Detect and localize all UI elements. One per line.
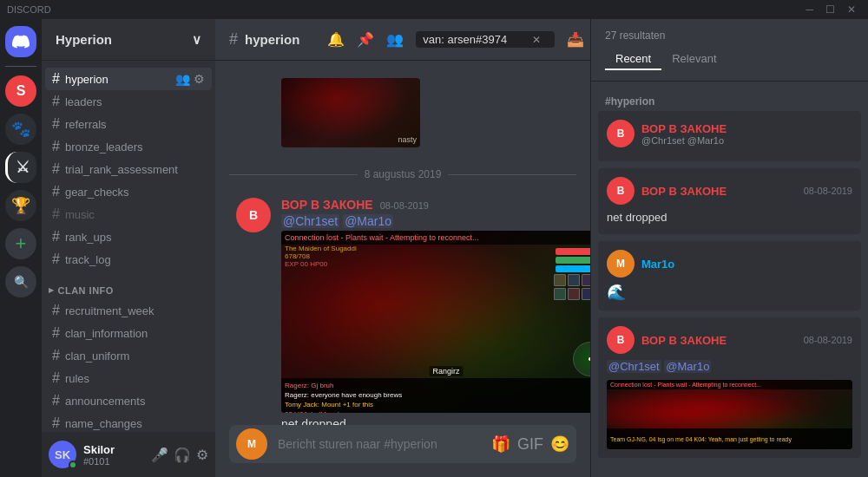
titlebar: DISCORD ─ ☐ ✕ [0,0,868,19]
channel-header-name: hyperion [245,32,299,47]
text-channel-icon: # [52,206,60,222]
text-channel-icon: # [52,139,60,154]
channel-name-trial-rank: trial_rank_assessment [65,163,178,176]
channel-name-bronze-leaders: bronze_leaders [65,140,143,154]
category-arrow: ▸ [49,284,55,296]
text-channel-icon: # [52,348,60,363]
input-user-avatar: M [236,428,267,460]
search-result-2[interactable]: В ВОР В ЗАКОНЕ 08-08-2019 net dropped [598,168,861,234]
search-result-header-4: В ВОР В ЗАКОНЕ 08-08-2019 [607,326,852,354]
channel-item-bronze-leaders[interactable]: # bronze_leaders [45,135,212,158]
server-header[interactable]: Hyperion ∨ [42,19,215,61]
search-results-count: 27 resultaten [605,29,854,42]
search-result-1[interactable]: В ВОР В ЗАКОНЕ @Chr1set @Mar1o [598,111,861,161]
user-panel: SK Skilor #0101 🎤 🎧 ⚙ [42,432,215,477]
input-actions: 🎁 GIF 😊 [491,435,569,454]
net-dropped-text: net dropped [281,416,569,425]
members-icon[interactable]: 👥 [386,31,404,48]
channel-name-recruitment-week: recruitment_week [65,304,155,317]
server-trophy[interactable]: 🏆 [5,190,36,221]
server-discord-home[interactable] [5,26,36,57]
online-status-dot [69,461,77,469]
mention-chr1set: @Chr1set [281,214,339,228]
minimize-button[interactable]: ─ [806,3,813,16]
server-sword[interactable]: ⚔ [5,152,36,183]
mute-button[interactable]: 🎤 [151,447,168,463]
gift-icon[interactable]: 🎁 [491,435,510,454]
channel-name-rules: rules [65,372,89,385]
search-results: #hyperion В ВОР В ЗАКОНЕ @Chr1set @Mar1o… [591,82,868,477]
search-clear-icon[interactable]: ✕ [532,34,541,46]
message-content-1: ВОР В ЗАКОНЕ 08-08-2019 @Chr1set @Mar1o … [281,198,569,425]
message-author-1: ВОР В ЗАКОНЕ [281,198,373,212]
search-result-author-4: ВОР В ЗАКОНЕ [641,334,797,347]
channel-item-announcements[interactable]: # announcements [45,389,212,412]
search-tab-recent[interactable]: Recent [605,49,661,70]
pin-icon[interactable]: 📌 [357,31,374,48]
channel-item-recruitment-week[interactable]: # recruitment_week [45,299,212,322]
invite-icon[interactable]: 👥 [175,72,190,86]
category-clan-info[interactable]: ▸ CLAN INFO [42,271,215,299]
search-result-4[interactable]: В ВОР В ЗАКОНЕ 08-08-2019 @Chr1set @Mar1… [598,317,861,458]
search-tab-relevant[interactable]: Relevant [661,49,727,70]
message-input[interactable] [274,427,484,461]
channel-item-rank-ups[interactable]: # rank_ups [45,225,212,248]
channel-name-music: music [65,208,95,221]
search-input[interactable] [423,33,527,46]
text-channel-icon: # [52,71,60,87]
bell-icon[interactable]: 🔔 [327,31,345,48]
close-button[interactable]: ✕ [847,3,856,16]
gif-icon[interactable]: GIF [517,435,543,454]
add-server-button[interactable]: + [5,228,36,259]
mention-mar1o: @Mar1o [343,214,393,228]
channel-name-leaders: leaders [65,95,102,108]
date-divider: 8 augustus 2019 [229,168,576,180]
channel-item-gear-checks[interactable]: # gear_checks [45,180,212,203]
text-channel-icon: # [52,116,60,132]
channel-item-clan-information[interactable]: # clan_information [45,322,212,344]
channel-item-music[interactable]: # music [45,203,212,225]
inbox-icon[interactable]: 📥 [567,31,584,48]
text-channel-icon: # [52,184,60,199]
text-channel-icon: # [52,94,60,109]
date-text: 8 augustus 2019 [365,168,442,180]
search-result-avatar-1: В [607,120,635,147]
maximize-button[interactable]: ☐ [825,3,835,16]
channel-name-track-log: track_log [65,253,111,266]
discover-server-button[interactable]: 🔍 [5,266,36,297]
channel-name-clan-information: clan_information [65,327,148,340]
window-controls[interactable]: ─ ☐ ✕ [806,3,861,16]
search-result-author-3: Mar1o [641,258,674,271]
game-screenshot: Connection lost - Plants wait - Attempti… [281,231,590,413]
channel-name-rank-ups: rank_ups [65,231,111,244]
server-s[interactable]: S [5,75,36,107]
search-result-3[interactable]: M Mar1o 🌊 [598,241,861,310]
game-chat-area: Ragerz: Gj bruh Ragerz: everyone have en… [281,378,590,413]
channel-item-name-changes[interactable]: # name_changes [45,412,212,432]
settings-icon[interactable]: ⚙ [194,72,205,86]
channel-item-clan-uniform[interactable]: # clan_uniform [45,344,212,367]
server-paw[interactable]: 🐾 [5,114,36,145]
search-result-avatar-2: В [607,177,635,205]
emoji-icon[interactable]: 😊 [550,435,569,454]
server-name: Hyperion [56,32,112,47]
channel-item-referrals[interactable]: # referrals [45,113,212,135]
message-input-box: M 🎁 GIF 😊 [229,425,576,463]
channel-item-leaders[interactable]: # leaders [45,90,212,113]
search-panel: 27 resultaten Recent Relevant #hyperion … [590,19,868,477]
text-channel-icon: # [52,252,60,267]
channel-name-referrals: referrals [65,118,107,131]
search-result-timestamp-2: 08-08-2019 [804,186,852,196]
messages-area: nasty 8 augustus 2019 В ВОР В ЗАКОНЕ 08-… [215,61,590,425]
server-divider [5,66,36,67]
channel-item-trial-rank[interactable]: # trial_rank_assessment [45,158,212,180]
search-box[interactable]: ✕ [416,31,555,48]
channel-item-hyperion[interactable]: # hyperion 👥 ⚙ [45,68,212,90]
deafen-button[interactable]: 🎧 [174,447,191,463]
channel-item-track-log[interactable]: # track_log [45,248,212,271]
category-name: CLAN INFO [58,285,114,296]
message-group-1: В ВОР В ЗАКОНЕ 08-08-2019 @Chr1set @Mar1… [229,194,576,425]
channel-item-rules[interactable]: # rules [45,367,212,389]
user-settings-button[interactable]: ⚙ [196,447,208,463]
channel-name-gear-checks: gear_checks [65,186,129,199]
